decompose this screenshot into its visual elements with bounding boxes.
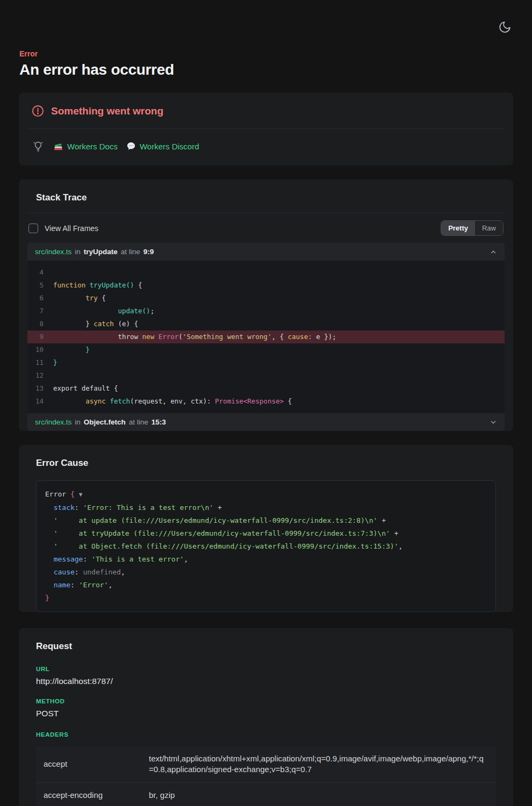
line-number: 4	[27, 266, 53, 279]
code-text: } catch (e) {	[53, 318, 138, 330]
error-cause-line: message: 'This is a test error',	[45, 553, 487, 566]
view-mode-switch: Pretty Raw	[441, 220, 504, 236]
frame-method: tryUpdate	[84, 248, 118, 256]
error-page: Error An error has occurred Something we…	[0, 0, 532, 806]
lightbulb-icon	[32, 139, 45, 153]
error-cause-line: ' at update (file:///Users/edmund/icy-wa…	[45, 514, 487, 527]
page-title: An error has occurred	[19, 61, 513, 78]
header-value: br, gzip	[149, 790, 486, 801]
frame-file: src/index.ts	[35, 418, 71, 426]
frame-file: src/index.ts	[35, 248, 71, 256]
code-line: 8 } catch (e) {	[27, 318, 505, 330]
code-line: 13export default {	[27, 382, 505, 395]
code-line: 7 update();	[27, 305, 505, 318]
request-title: Request	[19, 628, 513, 654]
line-number: 7	[27, 305, 53, 318]
code-text: export default {	[53, 382, 118, 395]
line-number: 10	[27, 343, 53, 356]
code-text: function tryUpdate() {	[53, 279, 142, 292]
moon-icon	[498, 20, 512, 34]
code-line: 10 }	[27, 343, 505, 356]
frame-line: 15:3	[152, 418, 166, 426]
request-url-field: URL http://localhost:8787/	[19, 666, 513, 686]
code-line-highlighted: 9 throw new Error('Something went wrong'…	[27, 330, 505, 343]
error-cause-line: Error { ▼	[45, 488, 487, 501]
code-text: }	[53, 343, 90, 356]
stack-trace-title: Stack Trace	[19, 179, 513, 213]
error-cause-line: stack: 'Error: This is a test error\n' +	[45, 501, 487, 514]
header-row: accepttext/html,application/xhtml+xml,ap…	[36, 746, 496, 783]
error-cause-card: Error Cause Error { ▼ stack: 'Error: Thi…	[19, 445, 513, 612]
code-text: async fetch(request, env, ctx): Promise<…	[53, 395, 292, 408]
error-overview-card: Something went wrong	[19, 92, 513, 165]
frame-at-label: at line	[121, 248, 140, 256]
frame-at-label: at line	[129, 418, 148, 426]
workers-docs-link[interactable]: Workers Docs	[53, 141, 118, 152]
request-headers-field: HEADERS	[19, 731, 513, 738]
code-text: update();	[53, 305, 154, 318]
books-icon	[53, 141, 63, 152]
line-number: 9	[27, 330, 53, 343]
error-cause-line: ' at tryUpdate (file:///Users/edmund/icy…	[45, 527, 487, 540]
line-number: 8	[27, 318, 53, 330]
pretty-button[interactable]: Pretty	[441, 221, 475, 235]
url-label: URL	[36, 666, 496, 672]
code-line: 11}	[27, 356, 505, 369]
header-name: accept	[44, 759, 149, 769]
code-line: 12	[27, 369, 505, 382]
error-cause-line: cause: undefined,	[45, 566, 487, 579]
code-text: try {	[53, 292, 106, 305]
error-cause-line: name: 'Error',	[45, 579, 487, 592]
chevron-down-icon	[490, 419, 497, 426]
raw-button[interactable]: Raw	[475, 221, 503, 235]
line-number: 14	[27, 395, 53, 408]
theme-toggle-button[interactable]	[496, 18, 514, 36]
error-eyebrow: Error	[19, 49, 513, 58]
line-number: 13	[27, 382, 53, 395]
workers-discord-link[interactable]: Workers Discord	[126, 141, 199, 151]
error-cause-line: }	[45, 592, 487, 604]
frame-in-label: in	[75, 418, 81, 426]
headers-label: HEADERS	[36, 731, 496, 738]
method-label: METHOD	[36, 698, 496, 704]
frame-method: Object.fetch	[84, 418, 126, 426]
code-text: throw new Error('Something went wrong', …	[53, 330, 336, 343]
line-number: 12	[27, 369, 53, 382]
error-cause-code: Error { ▼ stack: 'Error: This is a test …	[36, 480, 496, 612]
frame-line: 9:9	[143, 248, 154, 256]
request-method-field: METHOD POST	[19, 698, 513, 718]
error-cause-line: ' at Object.fetch (file:///Users/edmund/…	[45, 540, 487, 553]
view-all-frames-checkbox[interactable]	[28, 224, 38, 233]
code-line: 4	[27, 266, 505, 279]
stack-frame-header-tryupdate[interactable]: src/index.ts in tryUpdate at line 9:9	[27, 243, 505, 261]
line-number: 11	[27, 356, 53, 369]
frame-in-label: in	[75, 248, 81, 256]
error-message: Something went wrong	[51, 105, 163, 117]
error-cause-title: Error Cause	[19, 445, 513, 478]
request-card: Request URL http://localhost:8787/ METHO…	[19, 628, 513, 806]
view-all-frames-label: View All Frames	[45, 224, 98, 233]
line-number: 5	[27, 279, 53, 292]
url-value: http://localhost:8787/	[36, 677, 496, 686]
stack-frame-header-objectfetch[interactable]: src/index.ts in Object.fetch at line 15:…	[27, 413, 505, 431]
code-line: 5function tryUpdate() {	[27, 279, 505, 292]
workers-docs-label: Workers Docs	[67, 142, 118, 151]
line-number: 6	[27, 292, 53, 305]
headers-table: accepttext/html,application/xhtml+xml,ap…	[36, 746, 496, 806]
speech-balloon-icon	[126, 141, 136, 151]
header-value: text/html,application/xhtml+xml,applicat…	[149, 753, 486, 775]
header-row: accept-encodingbr, gzip	[36, 783, 496, 806]
code-line: 14 async fetch(request, env, ctx): Promi…	[27, 395, 505, 408]
code-line: 6 try {	[27, 292, 505, 305]
chevron-up-icon	[490, 248, 497, 256]
header-name: accept-encoding	[44, 790, 149, 801]
method-value: POST	[36, 709, 496, 718]
alert-circle-icon	[32, 105, 44, 117]
masthead: Error An error has occurred	[0, 0, 532, 78]
code-listing: 45function tryUpdate() {6 try {7 update(…	[27, 261, 505, 413]
stack-trace-card: Stack Trace View All Frames Pretty Raw s…	[19, 179, 513, 431]
view-all-frames-toggle[interactable]: View All Frames	[28, 224, 98, 233]
workers-discord-label: Workers Discord	[140, 142, 199, 151]
code-text: }	[53, 356, 57, 369]
frame-list: src/index.ts in tryUpdate at line 9:9 45…	[27, 243, 505, 431]
